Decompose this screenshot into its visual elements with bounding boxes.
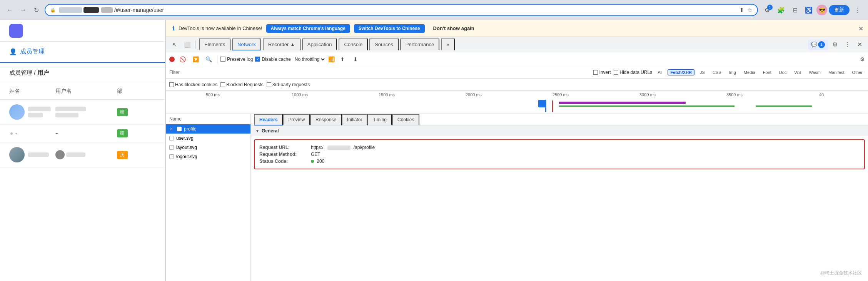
tab-initiator[interactable]: Initiator — [342, 114, 367, 125]
avatar-btn[interactable]: 😎 — [816, 5, 827, 15]
puzzle-icon-btn[interactable]: 🧩 — [775, 4, 787, 16]
tab-cookies[interactable]: Cookies — [392, 114, 419, 125]
search-icon-btn[interactable]: 🔍 — [203, 54, 214, 65]
media-router-icon-btn[interactable]: ⊟ — [789, 4, 801, 16]
reload-button[interactable]: ↻ — [31, 5, 42, 15]
tl-label-6: 3500 ms — [691, 92, 778, 97]
dept-badge-2: 研 — [117, 129, 128, 137]
preserve-log-checkbox[interactable] — [220, 57, 225, 62]
checkbox-profile[interactable] — [177, 127, 182, 131]
devtools-panel: ℹ DevTools is now available in Chinese! … — [165, 20, 868, 281]
type-js-btn[interactable]: JS — [698, 70, 707, 75]
hide-data-urls-label[interactable]: Hide data URLs — [614, 70, 652, 75]
request-name-layout-svg: layout.svg — [176, 145, 247, 150]
status-code-row: Status Code: 200 — [259, 159, 860, 164]
filter-bar-2: Has blocked cookies Blocked Requests 3rd… — [166, 79, 868, 91]
sidebar: 👤 成员管理 成员管理 / 用户 姓名 用户名 部 — [0, 20, 165, 281]
invert-checkbox[interactable] — [593, 70, 598, 75]
share-icon[interactable]: ⬆ — [739, 7, 744, 14]
checkbox-user-svg[interactable] — [169, 136, 174, 140]
invert-label[interactable]: Invert — [593, 70, 611, 75]
tab-application[interactable]: Application — [302, 38, 337, 50]
type-ws-btn[interactable]: WS — [792, 70, 803, 75]
has-blocked-cookies-label[interactable]: Has blocked cookies — [169, 82, 217, 87]
triangle-icon: ▼ — [255, 129, 259, 133]
type-img-btn[interactable]: Img — [727, 70, 738, 75]
record-button[interactable] — [169, 57, 175, 62]
tab-more[interactable]: » — [441, 38, 454, 50]
request-item-layout-svg[interactable]: layout.svg — [166, 143, 250, 152]
dept-cell-3: 历 — [117, 151, 156, 159]
filter-input[interactable] — [169, 70, 590, 75]
tab-elements[interactable]: Elements — [199, 38, 230, 50]
sidebar-nav-item-members[interactable]: 👤 成员管理 — [0, 42, 165, 63]
disable-cache-checkbox[interactable] — [255, 57, 260, 62]
type-media-btn[interactable]: Media — [741, 70, 758, 75]
devtools-close-btn[interactable]: ✕ — [854, 39, 865, 50]
forward-button[interactable]: → — [18, 5, 28, 15]
tab-preview[interactable]: Preview — [283, 114, 310, 125]
tab-response[interactable]: Response — [310, 114, 342, 125]
clear-icon-btn[interactable]: 🚫 — [177, 54, 188, 65]
dont-show-again-btn[interactable]: Don't show again — [429, 24, 479, 33]
devtools-settings-btn[interactable]: ⚙ — [830, 39, 840, 50]
chrome-more-btn[interactable]: ⋮ — [851, 4, 863, 16]
back-button[interactable]: ← — [5, 5, 15, 15]
upload-icon-btn[interactable]: ⬆ — [337, 54, 348, 65]
tab-timing[interactable]: Timing — [367, 114, 392, 125]
type-font-btn[interactable]: Font — [761, 70, 774, 75]
type-fetchxhr-btn[interactable]: Fetch/XHR — [668, 69, 694, 75]
badge: 1 — [767, 5, 773, 10]
chat-badge-btn[interactable]: 💬 1 — [808, 40, 828, 50]
type-wasm-btn[interactable]: Wasm — [806, 70, 823, 75]
network-settings-icon[interactable]: ⚙ — [860, 56, 865, 62]
disable-cache-label[interactable]: Disable cache — [255, 57, 290, 62]
name-placeholder-3 — [28, 152, 49, 157]
request-item-profile[interactable]: ✕ profile — [166, 124, 250, 134]
device-icon-btn[interactable]: ⬜ — [182, 39, 192, 50]
type-manifest-btn[interactable]: Manifest — [826, 70, 847, 75]
filter-icon-btn[interactable]: 🔽 — [190, 54, 201, 65]
type-other-btn[interactable]: Other — [850, 70, 865, 75]
address-bar[interactable]: 🔒 /#/user-manage/user ⬆ ☆ — [45, 4, 758, 16]
tab-headers[interactable]: Headers — [254, 114, 283, 125]
accessibility-icon-btn[interactable]: ♿ — [803, 4, 815, 16]
tab-sources[interactable]: Sources — [369, 38, 399, 50]
throttling-select[interactable]: No throttling — [293, 56, 326, 62]
request-url-suffix: /api/profile — [354, 145, 375, 150]
download-icon-btn[interactable]: ⬇ — [350, 54, 361, 65]
info-close-icon[interactable]: ✕ — [858, 25, 863, 32]
tab-recorder[interactable]: Recorder ▲ — [263, 38, 300, 50]
request-method-label: Request Method: — [259, 152, 309, 157]
tab-console[interactable]: Console — [339, 38, 368, 50]
cursor-icon-btn[interactable]: ↖ — [169, 39, 180, 50]
third-party-label[interactable]: 3rd-party requests — [267, 82, 310, 87]
devtools-more-btn[interactable]: ⋮ — [842, 39, 853, 50]
switch-devtools-btn[interactable]: Switch DevTools to Chinese — [354, 24, 425, 33]
tab-performance[interactable]: Performance — [400, 38, 439, 50]
type-doc-btn[interactable]: Doc — [777, 70, 789, 75]
breadcrumb-parent[interactable]: 成员管理 — [9, 69, 32, 76]
blocked-requests-label[interactable]: Blocked Requests — [220, 82, 264, 87]
blocked-requests-checkbox[interactable] — [220, 82, 225, 87]
bookmark-icon[interactable]: ☆ — [747, 7, 753, 14]
chat-count-badge: 1 — [818, 41, 825, 48]
type-css-btn[interactable]: CSS — [710, 70, 724, 75]
update-button[interactable]: 更新 — [829, 5, 850, 15]
status-code-label: Status Code: — [259, 159, 309, 164]
hide-data-urls-checkbox[interactable] — [614, 70, 618, 75]
request-item-user-svg[interactable]: user.svg — [166, 134, 250, 143]
checkbox-layout-svg[interactable] — [169, 145, 174, 150]
col-dept-header: 部 — [117, 88, 156, 95]
settings-icon-btn[interactable]: ⚙ 1 — [761, 4, 773, 16]
tab-network[interactable]: Network — [232, 38, 261, 50]
always-match-btn[interactable]: Always match Chrome's language — [266, 24, 350, 33]
checkbox-logout-svg[interactable] — [169, 154, 174, 159]
request-item-logout-svg[interactable]: logout.svg — [166, 152, 250, 161]
third-party-checkbox[interactable] — [267, 82, 271, 87]
type-all-btn[interactable]: All — [655, 70, 664, 75]
dept-cell-2: 研 — [117, 129, 156, 137]
preserve-log-label[interactable]: Preserve log — [220, 57, 253, 62]
general-section-header[interactable]: ▼ General — [251, 126, 868, 136]
has-blocked-cookies-checkbox[interactable] — [169, 82, 174, 87]
